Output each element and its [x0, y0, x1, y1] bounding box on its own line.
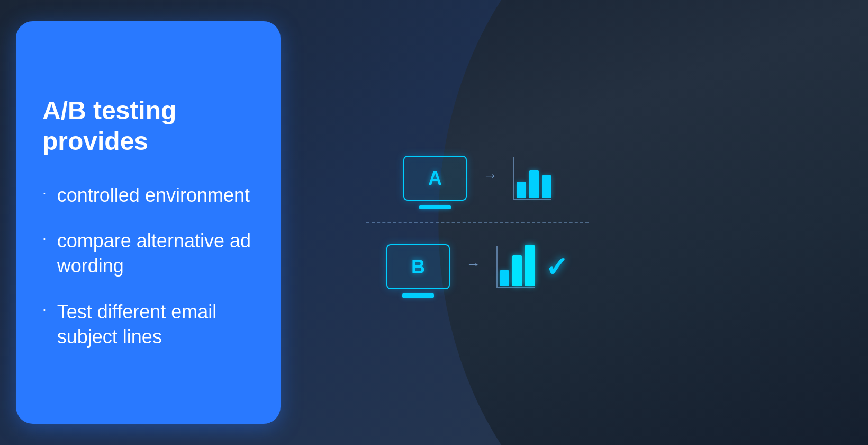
- bullet-list: · controlled environment · compare alter…: [42, 183, 254, 350]
- page-container: A → B →: [0, 0, 868, 445]
- left-panel: A/B testing provides · controlled enviro…: [16, 21, 281, 424]
- bullet-item-1: · controlled environment: [42, 183, 254, 208]
- panel-title: A/B testing provides: [42, 95, 254, 156]
- variant-b-row: B → ✓: [386, 223, 568, 305]
- bullet-item-3: · Test different email subject lines: [42, 300, 254, 350]
- bar-chart-a: [513, 157, 551, 200]
- bullet-dot-1: ·: [42, 185, 47, 200]
- variant-a-label: A: [428, 167, 442, 190]
- monitor-a: A: [403, 156, 467, 201]
- bullet-dot-2: ·: [42, 231, 47, 246]
- bullet-text-1: controlled environment: [57, 183, 250, 208]
- bullet-dot-3: ·: [42, 302, 47, 317]
- bullet-item-2: · compare alternative ad wording: [42, 229, 254, 279]
- checkmark-icon: ✓: [545, 251, 568, 283]
- variant-a-row: A →: [403, 140, 551, 222]
- bar-a-1: [517, 182, 526, 198]
- arrow-b: →: [466, 256, 481, 273]
- ab-diagram: A → B →: [345, 90, 610, 355]
- bullet-text-2: compare alternative ad wording: [57, 229, 254, 279]
- bullet-text-3: Test different email subject lines: [57, 300, 254, 350]
- bar-a-3: [542, 175, 551, 198]
- arrow-a: →: [483, 167, 498, 184]
- variant-b-label: B: [411, 256, 425, 278]
- bar-b-2: [512, 255, 522, 286]
- monitor-b: B: [386, 244, 450, 289]
- bar-b-3: [525, 245, 535, 286]
- bar-chart-b: [496, 246, 535, 288]
- bar-b-1: [500, 270, 509, 286]
- bar-a-2: [529, 170, 539, 198]
